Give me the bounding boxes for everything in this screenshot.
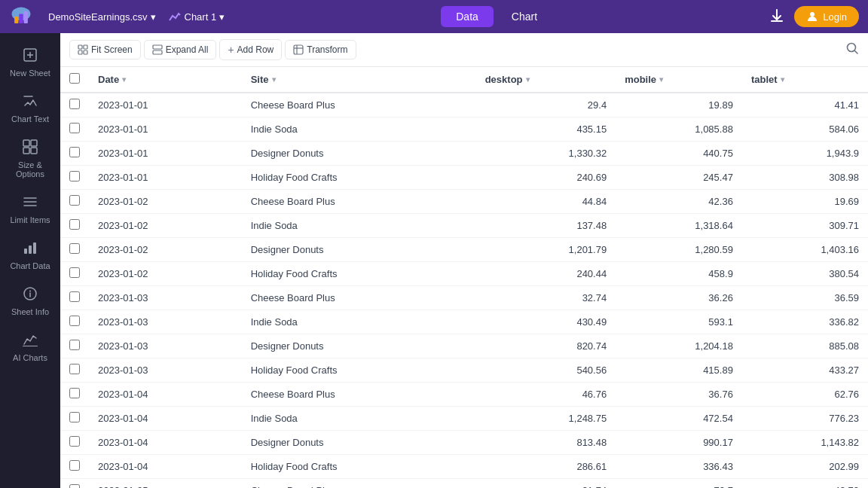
- row-checkbox-cell[interactable]: [60, 190, 89, 214]
- row-mobile: 1,204.18: [616, 334, 742, 358]
- chart-selector[interactable]: Chart 1 ▾: [168, 10, 225, 23]
- logo-area: [9, 5, 33, 29]
- row-checkbox[interactable]: [69, 171, 80, 181]
- table-row: 2023-01-03 Designer Donuts 820.74 1,204.…: [60, 334, 868, 358]
- row-site: Cheese Board Plus: [242, 93, 476, 117]
- row-checkbox-cell[interactable]: [60, 383, 89, 407]
- table-row: 2023-01-05 Cheese Board Plus 31.74 72.7 …: [60, 479, 868, 489]
- table-row: 2023-01-01 Cheese Board Plus 29.4 19.89 …: [60, 93, 868, 117]
- row-checkbox-cell[interactable]: [60, 117, 89, 142]
- row-site: Designer Donuts: [242, 334, 476, 358]
- row-tablet: 336.82: [742, 310, 868, 334]
- row-checkbox[interactable]: [69, 460, 80, 471]
- row-checkbox[interactable]: [69, 340, 80, 350]
- row-date: 2023-01-02: [89, 238, 242, 262]
- expand-all-button[interactable]: Expand All: [144, 40, 217, 59]
- row-checkbox-cell[interactable]: [60, 142, 89, 166]
- sidebar-item-new-sheet[interactable]: New Sheet: [0, 39, 60, 85]
- row-checkbox-cell[interactable]: [60, 166, 89, 190]
- sidebar-item-sheet-info[interactable]: Sheet Info: [0, 278, 60, 324]
- row-checkbox-cell[interactable]: [60, 310, 89, 334]
- file-selector[interactable]: DemoSiteEarnings.csv ▾: [48, 11, 156, 23]
- add-row-button[interactable]: + Add Row: [219, 39, 282, 60]
- content-area: Fit Screen Expand All + Add Row: [60, 33, 868, 488]
- site-column-header[interactable]: Site ▾: [242, 67, 476, 93]
- row-checkbox[interactable]: [69, 195, 80, 206]
- row-checkbox[interactable]: [69, 147, 80, 157]
- row-checkbox[interactable]: [69, 291, 80, 302]
- tab-data[interactable]: Data: [441, 6, 494, 27]
- svg-rect-22: [23, 346, 38, 346]
- row-tablet: 43.73: [742, 479, 868, 489]
- row-mobile: 72.7: [616, 479, 742, 489]
- row-checkbox[interactable]: [69, 316, 80, 326]
- row-checkbox[interactable]: [69, 436, 80, 447]
- row-checkbox-cell[interactable]: [60, 431, 89, 455]
- row-checkbox[interactable]: [69, 388, 80, 398]
- sheet-info-icon: [22, 285, 38, 304]
- row-checkbox-cell[interactable]: [60, 286, 89, 310]
- select-all-header[interactable]: [60, 67, 89, 93]
- row-checkbox-cell[interactable]: [60, 93, 89, 117]
- row-checkbox-cell[interactable]: [60, 238, 89, 262]
- row-tablet: 62.76: [742, 383, 868, 407]
- login-button[interactable]: Login: [794, 6, 859, 27]
- row-desktop: 31.74: [476, 479, 616, 489]
- row-checkbox-cell[interactable]: [60, 214, 89, 238]
- row-checkbox-cell[interactable]: [60, 358, 89, 383]
- row-checkbox-cell[interactable]: [60, 262, 89, 286]
- svg-rect-29: [294, 45, 303, 54]
- select-all-checkbox[interactable]: [69, 73, 80, 84]
- row-mobile: 990.17: [616, 431, 742, 455]
- row-tablet: 433.27: [742, 358, 868, 383]
- row-checkbox-cell[interactable]: [60, 479, 89, 489]
- row-checkbox[interactable]: [69, 219, 80, 230]
- svg-rect-28: [153, 50, 162, 54]
- sidebar-item-chart-data[interactable]: Chart Data: [0, 232, 60, 278]
- ai-charts-icon: [22, 331, 38, 350]
- row-checkbox[interactable]: [69, 267, 80, 278]
- row-tablet: 776.23: [742, 407, 868, 431]
- row-mobile: 36.26: [616, 286, 742, 310]
- row-checkbox-cell[interactable]: [60, 407, 89, 431]
- row-checkbox[interactable]: [69, 243, 80, 254]
- toolbar-right: [845, 41, 859, 58]
- row-site: Cheese Board Plus: [242, 479, 476, 489]
- mobile-column-header[interactable]: mobile ▾: [616, 67, 742, 93]
- row-desktop: 1,248.75: [476, 407, 616, 431]
- row-date: 2023-01-04: [89, 431, 242, 455]
- header-right: Login: [769, 6, 859, 27]
- sidebar-item-chart-text[interactable]: Chart Text: [0, 85, 60, 131]
- date-column-header[interactable]: Date ▾: [89, 67, 242, 93]
- row-checkbox-cell[interactable]: [60, 334, 89, 358]
- row-checkbox[interactable]: [69, 412, 80, 422]
- tablet-column-header[interactable]: tablet ▾: [742, 67, 868, 93]
- sidebar-item-limit-items[interactable]: Limit Items: [0, 186, 60, 232]
- table-row: 2023-01-04 Designer Donuts 813.48 990.17…: [60, 431, 868, 455]
- download-button[interactable]: [769, 8, 785, 26]
- sidebar-item-chart-text-label: Chart Text: [11, 114, 49, 124]
- row-checkbox[interactable]: [69, 99, 80, 109]
- row-date: 2023-01-01: [89, 142, 242, 166]
- download-icon: [769, 8, 785, 24]
- row-desktop: 813.48: [476, 431, 616, 455]
- row-checkbox[interactable]: [69, 364, 80, 374]
- row-date: 2023-01-04: [89, 407, 242, 431]
- row-checkbox[interactable]: [69, 123, 80, 133]
- row-site: Holiday Food Crafts: [242, 455, 476, 479]
- date-sort-icon: ▾: [122, 75, 126, 84]
- transform-button[interactable]: Transform: [285, 40, 356, 59]
- tab-chart[interactable]: Chart: [497, 6, 552, 27]
- fit-screen-button[interactable]: Fit Screen: [69, 40, 141, 59]
- row-checkbox[interactable]: [69, 484, 80, 488]
- search-button[interactable]: [845, 41, 859, 58]
- row-checkbox-cell[interactable]: [60, 455, 89, 479]
- top-header: DemoSiteEarnings.csv ▾ Chart 1 ▾ Data Ch…: [0, 0, 868, 33]
- desktop-column-header[interactable]: desktop ▾: [476, 67, 616, 93]
- row-site: Holiday Food Crafts: [242, 166, 476, 190]
- sidebar-item-ai-charts[interactable]: AI Charts: [0, 324, 60, 370]
- row-date: 2023-01-04: [89, 383, 242, 407]
- sidebar-item-size-options[interactable]: Size & Options: [0, 131, 60, 186]
- header-tabs: Data Chart: [234, 6, 760, 27]
- site-sort-icon: ▾: [272, 75, 276, 84]
